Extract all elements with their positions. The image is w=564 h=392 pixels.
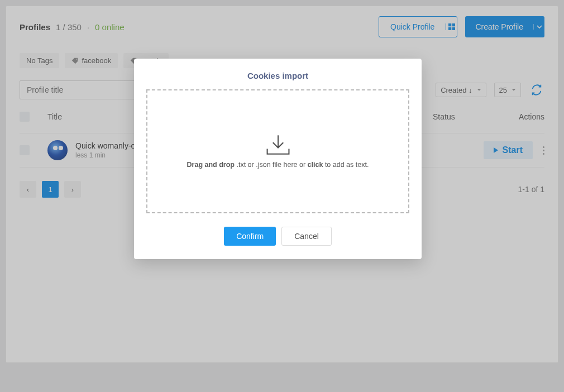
dz-drag-bold: Drag and drop (187, 161, 235, 169)
cancel-button[interactable]: Cancel (281, 227, 332, 246)
dropzone-text: Drag and drop .txt or .json file here or… (187, 161, 369, 169)
modal-actions: Confirm Cancel (146, 227, 409, 246)
dropzone[interactable]: Drag and drop .txt or .json file here or… (146, 89, 409, 213)
confirm-button[interactable]: Confirm (224, 227, 276, 246)
modal-title: Cookies import (146, 71, 409, 80)
dz-mid: .txt or .json file here or (235, 161, 308, 169)
dz-click-bold: click (308, 161, 323, 169)
dz-suffix: to add as text. (323, 161, 369, 169)
cookies-import-modal: Cookies import Drag and drop .txt or .js… (134, 59, 422, 259)
page-root: Profiles 1 / 350 · 0 online Quick Profil… (0, 0, 564, 392)
download-icon (264, 134, 292, 155)
